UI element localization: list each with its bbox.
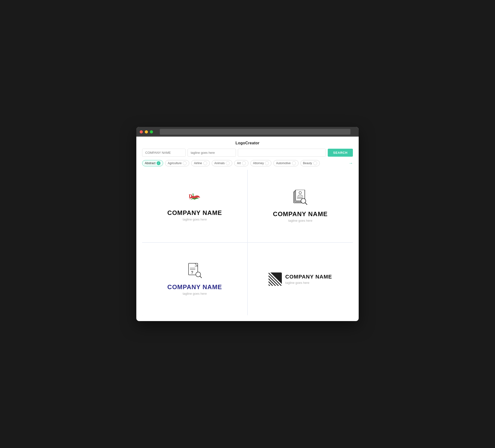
search-button[interactable]: SEARCH bbox=[328, 149, 353, 157]
dss-logo-icon: D S bbox=[187, 191, 203, 205]
check-icon: ✓ bbox=[183, 161, 187, 165]
check-icon: ✓ bbox=[203, 161, 207, 165]
filter-chip-agriculture[interactable]: Agriculture ✓ bbox=[165, 160, 189, 166]
filter-chip-automotive[interactable]: Automotive ✓ bbox=[273, 160, 298, 166]
filter-bar: Abstract ✓ Agriculture ✓ Airline ✓ Anima… bbox=[136, 160, 359, 166]
titlebar bbox=[136, 127, 359, 137]
check-icon: ✓ bbox=[292, 161, 296, 165]
svg-line-15 bbox=[200, 276, 202, 278]
logo2-tagline: tagline goes here bbox=[288, 219, 313, 223]
maximize-button[interactable] bbox=[150, 130, 153, 133]
logo3-tagline: tagline goes here bbox=[183, 292, 207, 295]
address-bar[interactable] bbox=[160, 129, 350, 135]
check-icon: ✓ bbox=[313, 161, 317, 165]
logo4-company-name: COMPANY NAME bbox=[285, 274, 332, 280]
check-icon: ✓ bbox=[242, 161, 246, 165]
company-name-input[interactable] bbox=[142, 149, 186, 157]
svg-text:?: ? bbox=[191, 270, 193, 275]
search-bar: SEARCH bbox=[136, 149, 359, 157]
filter-label: Abstract bbox=[145, 162, 155, 165]
hatched-square-icon bbox=[269, 272, 282, 286]
check-icon: ✓ bbox=[226, 161, 230, 165]
logo2-company-name: COMPANY NAME bbox=[273, 210, 328, 218]
check-icon: ✓ bbox=[157, 161, 161, 165]
logo1-tagline: tagline goes here bbox=[183, 218, 207, 221]
filter-label: Automotive bbox=[276, 162, 290, 165]
filter-chip-airline[interactable]: Airline ✓ bbox=[191, 160, 209, 166]
logo1-company-name: COMPANY NAME bbox=[167, 209, 222, 217]
filter-chip-beauty[interactable]: Beauty ✓ bbox=[301, 160, 320, 166]
filter-label: Animals bbox=[214, 162, 225, 165]
logo4-wrapper: COMPANY NAME tagline goes here bbox=[269, 272, 332, 286]
filter-label: Art bbox=[237, 162, 240, 165]
app-title: LogoCreator bbox=[136, 137, 359, 149]
logo-grid: D S COMPANY NAME tagline goes here bbox=[142, 170, 353, 315]
filter-label: Attorney bbox=[253, 162, 264, 165]
filter-chip-attorney[interactable]: Attorney ✓ bbox=[250, 160, 272, 166]
minimize-button[interactable] bbox=[145, 130, 148, 133]
filter-chip-art[interactable]: Art ✓ bbox=[234, 160, 248, 166]
question-doc-logo-icon: ? bbox=[186, 263, 204, 280]
logo-card-1[interactable]: D S COMPANY NAME tagline goes here bbox=[142, 170, 247, 242]
logo4-tagline: tagline goes here bbox=[285, 281, 332, 285]
filter-label: Airline bbox=[194, 162, 202, 165]
filter-label: Beauty bbox=[303, 162, 312, 165]
app-window: LogoCreator SEARCH Abstract ✓ Agricultur… bbox=[136, 127, 359, 321]
filter-label: Agriculture bbox=[168, 162, 181, 165]
close-button[interactable] bbox=[140, 130, 143, 133]
search-doc-logo-icon bbox=[292, 190, 309, 207]
logo-card-2[interactable]: COMPANY NAME tagline goes here bbox=[248, 170, 353, 242]
filter-chip-animals[interactable]: Animals ✓ bbox=[212, 160, 233, 166]
logo-card-4[interactable]: COMPANY NAME tagline goes here bbox=[248, 243, 353, 315]
svg-line-9 bbox=[305, 203, 307, 205]
check-icon: ✓ bbox=[265, 161, 269, 165]
filter-chip-abstract[interactable]: Abstract ✓ bbox=[142, 160, 163, 166]
logo-card-3[interactable]: ? COMPANY NAME tagline goes here bbox=[142, 243, 247, 315]
extra-input[interactable] bbox=[238, 149, 326, 157]
next-filters-button[interactable]: → bbox=[348, 161, 353, 166]
tagline-input[interactable] bbox=[188, 149, 236, 157]
logo4-text-block: COMPANY NAME tagline goes here bbox=[285, 274, 332, 285]
logo3-company-name: COMPANY NAME bbox=[167, 283, 222, 291]
